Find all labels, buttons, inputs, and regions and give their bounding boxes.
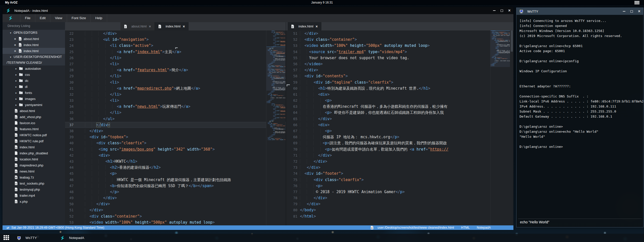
code-line[interactable]: 42 <div> [65,152,286,158]
close-icon[interactable]: × [14,43,16,47]
taskbar-item-wstty[interactable]: WsTTY [13,234,40,242]
close-button[interactable]: × [507,9,511,13]
code-line[interactable]: 40 <div class="clearfix"> [65,140,286,146]
chevron-down-icon[interactable]: ▾ [9,31,12,34]
code-line[interactable]: 32 </li> [65,91,286,97]
tree-folder-dc[interactable]: ▸dc [3,78,65,84]
code-area[interactable]: 22 </div>23 <ul id="navigation">24 <li c… [65,30,286,225]
code-line[interactable]: 26 </li> [65,55,286,61]
code-line[interactable]: 65 </div> [286,116,513,122]
tree-root-header[interactable]: ▾USER:/DESKTOP/SCREENSHOT [3,54,65,60]
taskbar-item-notepada[interactable]: NotepadA [57,234,88,242]
tree-file[interactable]: location.html [3,156,65,162]
code-line[interactable]: 51 </div> [65,207,286,213]
tree-file[interactable]: favicon.ico [3,120,65,126]
code-line[interactable]: 44 <h2>香港的建築伺服器</h2> [65,164,286,170]
menu-view[interactable]: View [50,14,67,22]
code-line[interactable]: 69 <p>請注意，我們的伺服器為確保玩家及遊玩時的質素，我們對的服器開啟 [286,140,513,146]
code-line[interactable]: 33 <li> [65,97,286,103]
vertical-scrollbar[interactable] [511,30,513,52]
tree-file[interactable]: test_sockets.php [3,180,65,186]
tree-file[interactable]: news.html [3,168,65,174]
code-line[interactable]: 47 <b>你知道我們全線伺服器已轉用 SSD 了嗎？</b></span> [65,183,286,189]
code-line[interactable]: 39 <div id="topbox"> [65,134,286,140]
minimize-button[interactable] [492,9,496,13]
code-line[interactable]: 53 <video width="100%" height="500px" au… [65,219,286,225]
code-line[interactable]: 71 </div> [286,152,513,158]
chevron-right-icon[interactable]: ▸ [15,85,18,88]
tab-about.html[interactable]: about.html× [120,22,155,30]
tree-file[interactable]: testmysql.php [3,186,65,192]
tree-file[interactable]: trailer.mp4 [3,192,65,198]
code-line[interactable]: 51 </div> [286,30,513,37]
open-editor-item[interactable]: ×about.html [3,36,65,42]
code-line[interactable]: 59 <div id="tagline" class="clearfix"> [286,79,513,85]
code-line[interactable]: 60 <h1>特別為建築及鐵路而設，現代化的 Minecraft 世界.</h1… [286,85,513,91]
close-icon[interactable]: × [149,24,151,28]
tree-folder-fonts[interactable]: ▸fonts [3,90,65,96]
code-line[interactable]: 67 <p> [286,128,513,134]
maximize-button[interactable] [500,9,504,13]
code-line[interactable]: 52 <div class="container"> [65,213,286,219]
code-line[interactable]: 36 </ul> [65,116,286,122]
code-line[interactable]: 68 伺服器 IP 地址為： mcs.hkwtc.org</p> [286,134,513,140]
open-editor-item[interactable]: ×index.html [3,42,65,48]
code-line[interactable]: 63 在香港的Minecraft 伺服器中，多為小遊戲和純生存的伺服器，較少擁有 [286,103,513,110]
tree-file[interactable]: teabag.7z [3,174,65,180]
open-editors-header[interactable]: ▾OPEN EDITORS [3,30,65,36]
chevron-right-icon[interactable]: ▸ [15,67,18,70]
minimize-button[interactable] [622,9,626,13]
code-line[interactable]: 23 <ul id="navigation"> [65,37,286,43]
chevron-right-icon[interactable]: ▸ [15,97,18,100]
code-line[interactable]: 75 <div class="clearfix"> [286,177,513,183]
tree-file[interactable]: index.html [3,144,65,150]
minimap-slider[interactable] [490,30,510,67]
code-line[interactable]: 74 <div id="footer"> [286,170,513,177]
code-line[interactable]: 38 </div> [65,128,286,134]
code-area[interactable]: 51 </div>52 <div class="container">53 <v… [286,30,513,225]
code-line[interactable]: 27 <li> [65,61,286,67]
tab-index.html[interactable]: index.html× [288,22,321,30]
menu-help[interactable]: Help [90,14,107,22]
hamburger-menu-icon[interactable] [634,1,639,4]
code-line[interactable]: 66 <div> [286,122,513,128]
menu-font-size[interactable]: Font Size [67,14,90,22]
menu-edit[interactable]: Edit [35,14,50,22]
wstty-titlebar[interactable]: WsTTY × [516,8,643,15]
code-line[interactable]: 70 <p>如有問題或需要申請白名單，歡迎加入我們的 <a href="http… [286,146,513,152]
code-line[interactable]: 57 </div> [286,67,513,73]
code-line[interactable]: 79 </div> [286,201,513,207]
code-line[interactable]: 43 <h1>HKWTC</h1> [65,158,286,164]
tree-folder-images[interactable]: ▸images [3,96,65,102]
code-line[interactable]: 55 Your browser does not support the vid… [286,55,513,61]
code-line[interactable]: 53 <video width="100%" height="500px" au… [286,43,513,49]
code-line[interactable]: 78 </div> [286,195,513,201]
chevron-down-icon[interactable]: ▾ [9,56,12,58]
close-icon[interactable]: × [14,37,16,41]
code-line[interactable]: 41 <img src="images/box.png" height="342… [65,146,286,152]
tree-file[interactable]: mapredirect.php [3,162,65,168]
tree-file[interactable]: features.html [3,126,65,132]
close-icon[interactable]: × [183,24,185,28]
code-line[interactable]: 73 </div> [286,164,513,170]
tree-file[interactable]: about.html [3,108,65,114]
tree-file[interactable]: AHKWTC notice.pdf [3,132,65,138]
tree-folder-autostation[interactable]: ▸autostation [3,65,65,72]
code-line[interactable]: 45 <p> [65,170,286,177]
tree-file[interactable]: add_vhost.php [3,114,65,120]
code-line[interactable]: 30 <li> [65,79,286,85]
status-language-mode[interactable]: HTML [461,226,470,229]
code-line[interactable]: 50 </div> [65,201,286,207]
close-button[interactable]: × [637,9,641,13]
code-line[interactable]: 37 </div> [65,122,286,128]
chevron-right-icon[interactable]: ▸ [15,79,18,82]
tree-folder-dl[interactable]: ▸dl [3,84,65,90]
menu-file[interactable]: File [20,14,35,22]
tree-file[interactable]: x.php [3,198,65,204]
code-line[interactable]: 22 </div> [65,30,286,37]
chevron-right-icon[interactable]: ▸ [15,103,18,106]
tree-folder-css[interactable]: ▸css [3,72,65,78]
chevron-right-icon[interactable]: ▸ [15,73,18,76]
code-line[interactable]: 76 <p> [286,183,513,189]
code-line[interactable]: 29 </li> [65,73,286,79]
